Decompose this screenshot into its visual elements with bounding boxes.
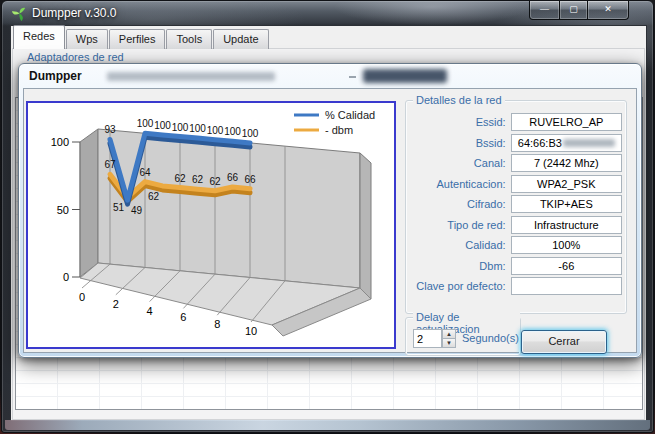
svg-text:6: 6 <box>180 311 186 323</box>
detail-row: Clave por defecto: <box>408 277 622 295</box>
field-label: Calidad: <box>408 239 511 251</box>
field-label: Dbm: <box>408 260 511 272</box>
cerrar-button[interactable]: Cerrar <box>521 330 607 354</box>
detail-row: Bssid:64:66:B3 <box>408 134 622 152</box>
svg-text:100: 100 <box>242 128 259 139</box>
svg-text:62: 62 <box>174 173 186 184</box>
adapters-group-label: Adaptadores de red <box>27 51 124 63</box>
svg-text:49: 49 <box>131 205 143 216</box>
delay-unit-label: Segundo(s) <box>462 332 519 344</box>
close-button[interactable]: ✕ <box>587 1 629 20</box>
field-value-textbox[interactable]: 100% <box>511 236 622 254</box>
window-bottom-border <box>5 420 650 430</box>
chart-legend: % Calidad- dbm <box>294 109 375 136</box>
field-label: Clave por defecto: <box>408 280 511 292</box>
svg-text:100: 100 <box>137 118 154 129</box>
svg-text:% Calidad: % Calidad <box>325 109 375 121</box>
detail-row: Dbm:-66 <box>408 257 622 275</box>
detail-row: Tipo de red:Infrastructure <box>408 216 622 234</box>
svg-text:66: 66 <box>227 172 239 183</box>
field-label: Autenticacion: <box>408 178 511 190</box>
detail-row: Autenticacion:WPA2_PSK <box>408 175 622 193</box>
svg-text:62: 62 <box>148 191 160 202</box>
svg-text:100: 100 <box>224 126 241 137</box>
detail-row: Calidad:100% <box>408 236 622 254</box>
field-value-textbox[interactable]: WPA2_PSK <box>511 175 622 193</box>
field-value-textbox[interactable]: RUVELRO_AP <box>511 113 622 131</box>
popup-titlebar[interactable]: Dumpper <box>23 64 637 88</box>
field-label: Tipo de red: <box>408 219 511 231</box>
field-value-textbox[interactable] <box>511 277 622 295</box>
signal-chart-panel: 0246810050100934910010010010010010010067… <box>26 101 396 349</box>
tab-wps[interactable]: Wps <box>66 29 108 49</box>
delay-value-input[interactable] <box>413 329 442 348</box>
svg-text:93: 93 <box>104 124 116 135</box>
redacted-separator <box>349 76 356 78</box>
main-window: Dumpper v.30.0 —▢✕ RedesWpsPerfilesTools… <box>1 0 654 433</box>
svg-text:51: 51 <box>113 202 125 213</box>
tab-update[interactable]: Update <box>213 29 268 49</box>
delay-spin-buttons: ▲ ▼ <box>442 329 456 348</box>
svg-text:66: 66 <box>244 174 256 185</box>
detail-row: Canal:7 (2442 Mhz) <box>408 154 622 172</box>
minimize-button[interactable]: — <box>529 1 560 20</box>
popup-client-area: 0246810050100934910010010010010010010067… <box>23 88 637 353</box>
svg-text:67: 67 <box>104 159 116 170</box>
window-title: Dumpper v.30.0 <box>32 6 117 20</box>
detail-rows: Essid:RUVELRO_APBssid:64:66:B3Canal:7 (2… <box>408 113 622 298</box>
svg-text:62: 62 <box>192 174 204 185</box>
svg-text:4: 4 <box>147 305 153 317</box>
svg-text:- dbm: - dbm <box>325 124 353 136</box>
field-value-textbox[interactable]: 64:66:B3 <box>511 134 622 152</box>
svg-text:100: 100 <box>172 122 189 133</box>
field-value-textbox[interactable]: TKIP+AES <box>511 195 622 213</box>
svg-text:0: 0 <box>63 271 69 283</box>
redacted-value <box>563 139 615 147</box>
svg-text:2: 2 <box>113 298 119 310</box>
svg-text:100: 100 <box>207 125 224 136</box>
field-label: Essid: <box>408 116 511 128</box>
field-value-textbox[interactable]: Infrastructure <box>511 216 622 234</box>
delay-spinner: ▲ ▼ <box>413 329 456 348</box>
svg-text:64: 64 <box>139 167 151 178</box>
svg-text:50: 50 <box>57 204 69 216</box>
svg-text:0: 0 <box>79 291 85 303</box>
field-label: Bssid: <box>408 137 511 149</box>
app-icon <box>12 6 27 21</box>
popup-title: Dumpper <box>29 69 82 83</box>
field-value-textbox[interactable]: 7 (2442 Mhz) <box>511 154 622 172</box>
detail-row: Essid:RUVELRO_AP <box>408 113 622 131</box>
refresh-delay-group: Delay de actualizacion ▲ ▼ Segundo(s) <box>405 317 521 356</box>
spin-down-icon[interactable]: ▼ <box>442 338 456 348</box>
network-details-group: Detalles de la red Essid:RUVELRO_APBssid… <box>405 100 627 314</box>
tab-strip: RedesWpsPerfilesToolsUpdate <box>13 29 270 49</box>
detail-row: Cifrado:TKIP+AES <box>408 195 622 213</box>
tab-perfiles[interactable]: Perfiles <box>109 29 166 49</box>
client-area: RedesWpsPerfilesToolsUpdate Adaptadores … <box>10 25 647 422</box>
network-details-title: Detalles de la red <box>413 94 505 106</box>
maximize-button[interactable]: ▢ <box>559 1 588 20</box>
svg-text:10: 10 <box>245 325 257 337</box>
svg-text:100: 100 <box>189 123 206 134</box>
svg-text:62: 62 <box>209 176 221 187</box>
svg-text:8: 8 <box>214 318 220 330</box>
svg-text:100: 100 <box>51 136 69 148</box>
signal-chart: 0246810050100934910010010010010010010067… <box>28 103 394 347</box>
redacted-adapter-name <box>107 72 275 81</box>
field-label: Canal: <box>408 157 511 169</box>
field-value-textbox[interactable]: -66 <box>511 257 622 275</box>
field-label: Cifrado: <box>408 198 511 210</box>
window-controls: —▢✕ <box>530 1 629 19</box>
tab-tools[interactable]: Tools <box>166 29 212 49</box>
tab-redes[interactable]: Redes <box>13 25 65 49</box>
network-detail-window: Dumpper 02468100501009349100100100100100… <box>18 63 642 358</box>
svg-text:100: 100 <box>154 120 171 131</box>
redacted-title-item <box>363 69 447 83</box>
